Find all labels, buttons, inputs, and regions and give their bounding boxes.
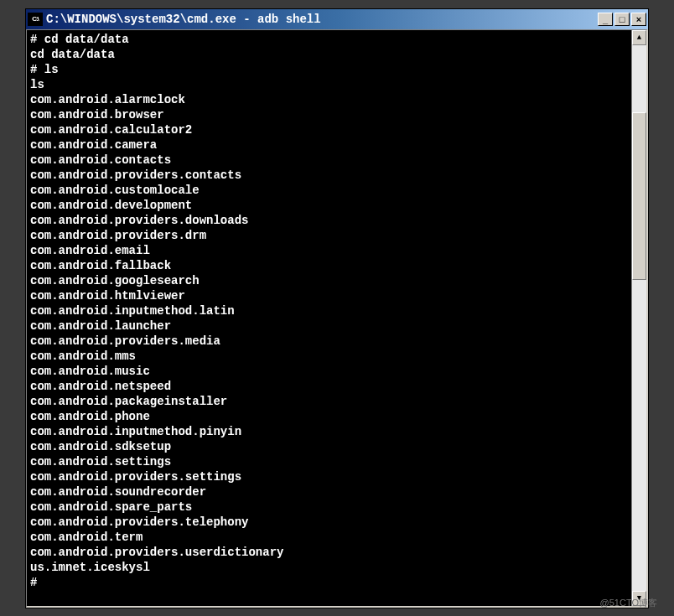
- maximize-button[interactable]: □: [614, 13, 630, 26]
- terminal-area: # cd data/datacd data/data# lslscom.andr…: [26, 29, 648, 608]
- terminal-line: com.android.music: [30, 364, 628, 379]
- terminal-line: com.android.providers.contacts: [30, 168, 628, 183]
- terminal-line: com.android.inputmethod.pinyin: [30, 424, 628, 439]
- terminal-line: com.android.calculator2: [30, 122, 628, 137]
- terminal-line: com.android.soundrecorder: [30, 484, 628, 500]
- terminal-line: com.android.settings: [30, 454, 628, 469]
- titlebar[interactable]: C:\ C:\WINDOWS\system32\cmd.exe - adb sh…: [26, 9, 648, 29]
- terminal-line: com.android.term: [30, 530, 628, 545]
- window-controls: _ □ ×: [598, 13, 646, 26]
- terminal-line: com.android.sdksetup: [30, 439, 628, 454]
- terminal-line: com.android.providers.downloads: [30, 213, 628, 228]
- terminal-line: com.android.providers.settings: [30, 469, 628, 484]
- terminal-line: com.android.providers.userdictionary: [30, 545, 628, 560]
- window-title: C:\WINDOWS\system32\cmd.exe - adb shell: [46, 13, 598, 26]
- watermark: @51CTO博客: [600, 597, 657, 609]
- terminal-line: com.android.mms: [30, 349, 628, 364]
- terminal-line: com.android.netspeed: [30, 379, 628, 394]
- cmd-icon: C:\: [28, 13, 43, 26]
- terminal-line: #: [30, 575, 628, 590]
- terminal-line: com.android.providers.media: [30, 334, 628, 349]
- terminal-line: com.android.htmlviewer: [30, 288, 628, 303]
- terminal-line: com.android.alarmclock: [30, 92, 628, 107]
- terminal-line: com.android.spare_parts: [30, 500, 628, 515]
- terminal-line: com.android.contacts: [30, 153, 628, 168]
- scrollbar-track[interactable]: [632, 45, 646, 591]
- terminal-line: us.imnet.iceskysl: [30, 560, 628, 575]
- terminal-line: com.android.fallback: [30, 258, 628, 273]
- scroll-up-button[interactable]: ▲: [632, 30, 646, 45]
- cmd-window: C:\ C:\WINDOWS\system32\cmd.exe - adb sh…: [25, 8, 649, 608]
- terminal-line: com.android.packageinstaller: [30, 394, 628, 409]
- terminal-line: ls: [30, 77, 628, 92]
- close-button[interactable]: ×: [631, 13, 646, 26]
- terminal-line: com.android.email: [30, 243, 628, 258]
- terminal-line: com.android.providers.drm: [30, 228, 628, 243]
- terminal-line: com.android.browser: [30, 107, 628, 122]
- scrollbar[interactable]: ▲ ▼: [631, 30, 646, 606]
- terminal-line: # cd data/data: [30, 32, 628, 47]
- terminal-line: com.android.providers.telephony: [30, 515, 628, 530]
- terminal-content[interactable]: # cd data/datacd data/data# lslscom.andr…: [27, 30, 631, 606]
- scrollbar-thumb[interactable]: [632, 112, 646, 280]
- terminal-line: com.android.customlocale: [30, 183, 628, 198]
- terminal-line: com.android.phone: [30, 409, 628, 424]
- minimize-button[interactable]: _: [598, 13, 613, 26]
- terminal-line: com.android.camera: [30, 137, 628, 153]
- terminal-line: com.android.development: [30, 198, 628, 213]
- terminal-line: com.android.launcher: [30, 318, 628, 334]
- terminal-line: com.android.inputmethod.latin: [30, 303, 628, 318]
- terminal-line: com.android.googlesearch: [30, 273, 628, 288]
- terminal-line: # ls: [30, 62, 628, 77]
- terminal-line: cd data/data: [30, 47, 628, 62]
